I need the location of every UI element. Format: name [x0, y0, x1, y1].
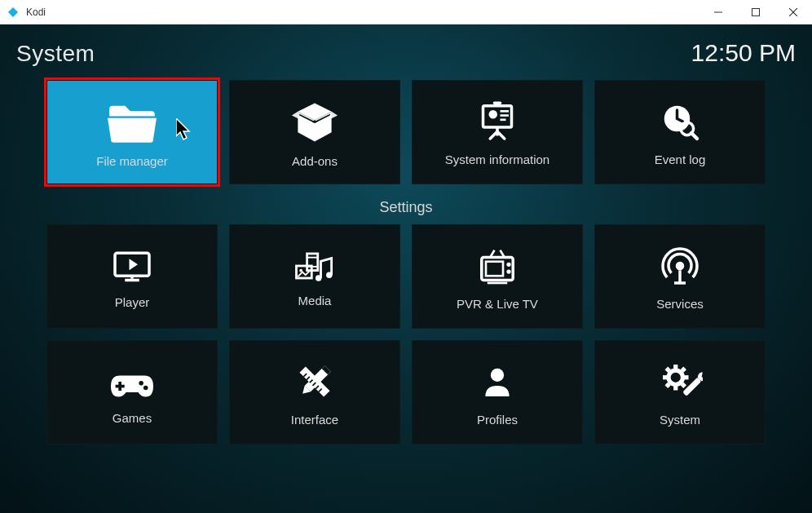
clock-search-icon	[657, 99, 703, 144]
minimize-button[interactable]	[699, 0, 737, 24]
pencil-ruler-icon	[292, 359, 338, 405]
monitor-play-icon	[109, 245, 155, 287]
tile-label: System	[660, 413, 700, 427]
tile-profiles[interactable]: Profiles	[412, 340, 583, 444]
gamepad-icon	[108, 360, 157, 403]
media-mixed-icon	[290, 246, 339, 285]
mouse-cursor-icon	[176, 118, 194, 146]
tv-icon	[474, 243, 520, 289]
tile-services[interactable]: Services	[594, 224, 766, 329]
tile-interface[interactable]: Interface	[229, 340, 400, 444]
tile-label: Interface	[291, 413, 338, 427]
app-header: System 12:50 PM	[10, 33, 802, 75]
maximize-button[interactable]	[737, 0, 774, 24]
user-icon	[476, 359, 519, 405]
tile-label: Profiles	[477, 413, 518, 427]
tile-label: Games	[113, 411, 152, 425]
tile-label: System information	[445, 153, 549, 166]
gear-wrench-icon	[657, 359, 703, 405]
tile-label: Add-ons	[292, 154, 338, 168]
tile-system-information[interactable]: System information	[412, 80, 583, 184]
tile-file-manager[interactable]: File manager	[46, 80, 218, 184]
folder-icon	[103, 97, 161, 146]
top-tiles-grid: File manager Add-ons System information …	[10, 80, 802, 184]
tile-label: File manager	[96, 154, 168, 168]
box-open-icon	[290, 97, 339, 146]
tile-system[interactable]: System	[594, 340, 766, 444]
tile-player[interactable]: Player	[46, 224, 218, 329]
settings-tiles-grid: Player Media PVR & Live TV Services Game	[10, 224, 802, 444]
presentation-icon	[474, 99, 520, 144]
kodi-logo-icon	[7, 6, 20, 19]
clock: 12:50 PM	[691, 39, 796, 67]
tile-label: Services	[656, 297, 704, 311]
tile-event-log[interactable]: Event log	[594, 80, 766, 184]
app-content: System 12:50 PM File manager Add-ons Sys…	[0, 24, 812, 513]
close-button[interactable]	[774, 0, 812, 24]
window-title: Kodi	[26, 7, 46, 18]
tile-pvr-live-tv[interactable]: PVR & Live TV	[412, 224, 583, 329]
settings-section-title: Settings	[10, 199, 802, 216]
svg-rect-64	[752, 8, 760, 15]
tile-label: PVR & Live TV	[457, 297, 538, 311]
window-titlebar: Kodi	[0, 0, 812, 24]
tile-label: Player	[115, 295, 150, 309]
tile-label: Media	[298, 294, 332, 307]
tile-label: Event log	[655, 153, 706, 166]
window-controls	[699, 0, 812, 24]
page-title: System	[16, 41, 95, 67]
broadcast-icon	[657, 243, 703, 289]
tile-media[interactable]: Media	[229, 224, 400, 329]
tile-add-ons[interactable]: Add-ons	[229, 80, 400, 184]
tile-games[interactable]: Games	[46, 340, 218, 444]
